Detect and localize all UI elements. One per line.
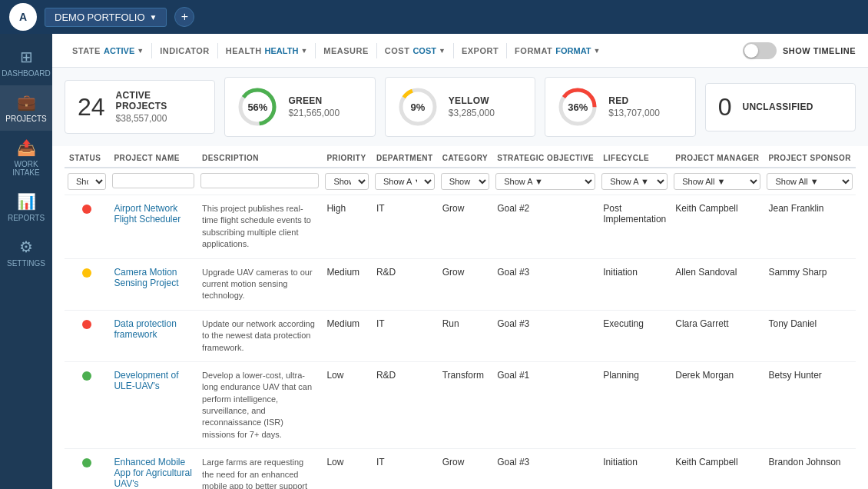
- col-strategic-objective: STRATEGIC OBJECTIVE: [492, 146, 598, 168]
- col-priority: PRIORITY: [322, 146, 372, 168]
- pm-filter-select[interactable]: Show All ▼: [674, 173, 760, 190]
- show-timeline-label: SHOW TIMELINE: [783, 46, 856, 55]
- category-cell-4: Grow: [438, 449, 493, 489]
- stat-red-title: RED: [608, 95, 660, 106]
- priority-cell-4: Low: [322, 449, 372, 489]
- projects-table: STATUS PROJECT NAME DESCRIPTION PRIORITY…: [65, 146, 856, 489]
- status-dot-4: [82, 458, 91, 467]
- format-value[interactable]: FORMAT ▼: [555, 46, 600, 55]
- col-category: CATEGORY: [438, 146, 493, 168]
- cost-filter-group: COST COST ▼: [377, 46, 453, 55]
- settings-icon: ⚙: [19, 238, 33, 256]
- lifecycle-filter-select[interactable]: Show A ▼: [601, 173, 668, 190]
- strategic-objective-cell-1: Goal #3: [492, 258, 598, 310]
- status-dot-1: [82, 268, 91, 278]
- sponsor-filter-select[interactable]: Show All ▼: [767, 173, 853, 190]
- description-text-2: Update our network according to the newe…: [202, 319, 315, 352]
- state-filter-group: STATE ACTIVE ▼: [65, 46, 151, 55]
- priority-cell-2: Medium: [322, 310, 372, 361]
- col-department: DEPARTMENT: [372, 146, 438, 168]
- sponsor-filter-cell: Show All ▼: [764, 168, 856, 195]
- stats-bar: 24 ACTIVE PROJECTS $38,557,000 56% GREEN: [52, 68, 868, 146]
- status-dot-3: [82, 371, 91, 381]
- portfolio-arrow-icon: ▼: [150, 13, 157, 22]
- lifecycle-filter-cell: Show A ▼: [598, 168, 671, 195]
- priority-cell-3: Low: [322, 361, 372, 448]
- table-row: Airport Network Flight Scheduler This pr…: [65, 195, 856, 259]
- format-label: FORMAT: [515, 46, 552, 55]
- sidebar-item-reports[interactable]: 📊 REPORTS: [0, 185, 52, 230]
- cost-value[interactable]: COST ▼: [412, 46, 445, 55]
- project-link-3[interactable]: Development of ULE-UAV's: [114, 370, 178, 391]
- project-name-filter-input[interactable]: [112, 173, 194, 188]
- logo: A: [9, 3, 37, 31]
- top-bar: A DEMO PORTFOLIO ▼ +: [0, 0, 868, 34]
- sidebar-item-dashboard-label: DASHBOARD: [2, 69, 50, 78]
- cost-arrow-icon: ▼: [439, 47, 446, 55]
- sponsor-cell-4: Brandon Johnson: [764, 449, 856, 489]
- health-value[interactable]: HEALTH ▼: [265, 46, 308, 55]
- sidebar-item-dashboard[interactable]: ⊞ DASHBOARD: [0, 40, 52, 85]
- portfolio-button[interactable]: DEMO PORTFOLIO ▼: [45, 8, 167, 27]
- project-name-filter-cell: [109, 168, 197, 195]
- department-cell-4: IT: [372, 449, 438, 489]
- status-cell-0: [65, 195, 109, 259]
- project-link-0[interactable]: Airport Network Flight Scheduler: [114, 203, 181, 225]
- sponsor-cell-1: Sammy Sharp: [764, 258, 856, 310]
- show-timeline-toggle[interactable]: [743, 42, 777, 59]
- description-filter-input[interactable]: [200, 173, 319, 188]
- pm-cell-3: Derek Morgan: [671, 361, 764, 448]
- state-value[interactable]: ACTIVE ▼: [104, 46, 144, 55]
- strategic-filter-select[interactable]: Show A ▼: [495, 173, 595, 190]
- priority-filter-select[interactable]: Show A ▼: [325, 173, 369, 190]
- gauge-green: 56%: [237, 87, 277, 127]
- stat-card-yellow: 9% YELLOW $3,285,000: [385, 77, 535, 137]
- strategic-objective-cell-2: Goal #3: [492, 310, 598, 361]
- pm-cell-0: Keith Campbell: [671, 195, 764, 259]
- table-row: Data protection framework Update our net…: [65, 310, 856, 361]
- category-filter-select[interactable]: Show A ▼: [441, 173, 490, 190]
- content-area: STATE ACTIVE ▼ INDICATOR HEALTH HEALTH ▼: [52, 34, 868, 489]
- project-link-2[interactable]: Data protection framework: [114, 318, 176, 340]
- sidebar-item-settings[interactable]: ⚙ SETTINGS: [0, 230, 52, 275]
- table-row: Development of ULE-UAV's Develop a lower…: [65, 361, 856, 448]
- category-cell-1: Grow: [438, 258, 493, 310]
- department-cell-0: IT: [372, 195, 438, 259]
- project-name-cell-3: Development of ULE-UAV's: [109, 361, 197, 448]
- category-cell-3: Transform: [438, 361, 493, 448]
- description-text-0: This project publishes real-time flight …: [202, 204, 311, 248]
- indicator-label: INDICATOR: [160, 46, 210, 55]
- timeline-toggle-container: SHOW TIMELINE: [743, 42, 856, 59]
- description-cell-4: Large farms are requesting the need for …: [197, 449, 322, 489]
- sidebar-item-work-intake[interactable]: 📤 WORK INTAKE: [0, 131, 52, 185]
- pm-cell-4: Keith Campbell: [671, 449, 764, 489]
- add-button[interactable]: +: [174, 7, 194, 27]
- status-filter-select[interactable]: Show A ▼: [68, 173, 106, 190]
- gauge-green-label: 56%: [247, 101, 267, 113]
- work-intake-icon: 📤: [17, 138, 36, 157]
- status-cell-2: [65, 310, 109, 361]
- project-link-1[interactable]: Camera Motion Sensing Project: [114, 267, 178, 288]
- col-project-manager: PROJECT MANAGER: [671, 146, 764, 168]
- department-cell-3: R&D: [372, 361, 438, 448]
- indicator-filter-group: INDICATOR: [152, 46, 217, 55]
- strategic-objective-cell-4: Goal #3: [492, 449, 598, 489]
- project-name-cell-0: Airport Network Flight Scheduler: [109, 195, 197, 259]
- description-cell-0: This project publishes real-time flight …: [197, 195, 322, 259]
- status-cell-3: [65, 361, 109, 448]
- strategic-filter-cell: Show A ▼: [492, 168, 598, 195]
- col-project-sponsor: PROJECT SPONSOR: [764, 146, 856, 168]
- category-filter-cell: Show A ▼: [438, 168, 493, 195]
- table-row: Camera Motion Sensing Project Upgrade UA…: [65, 258, 856, 310]
- stat-unclassified-title: UNCLASSIFIED: [742, 101, 813, 112]
- sidebar-item-projects[interactable]: 💼 PROJECTS: [0, 85, 52, 131]
- health-arrow-icon: ▼: [300, 47, 307, 55]
- stat-red-info: RED $13,707,000: [608, 95, 660, 118]
- measure-label: MEASURE: [323, 46, 369, 55]
- project-link-4[interactable]: Enhanced Mobile App for Agricultural UAV…: [114, 457, 191, 489]
- department-filter-select[interactable]: Show A ▼: [375, 173, 435, 190]
- toggle-knob: [744, 44, 758, 58]
- col-project-name: PROJECT NAME: [109, 146, 197, 168]
- measure-filter-group: MEASURE: [316, 46, 376, 55]
- lifecycle-cell-3: Planning: [598, 361, 671, 448]
